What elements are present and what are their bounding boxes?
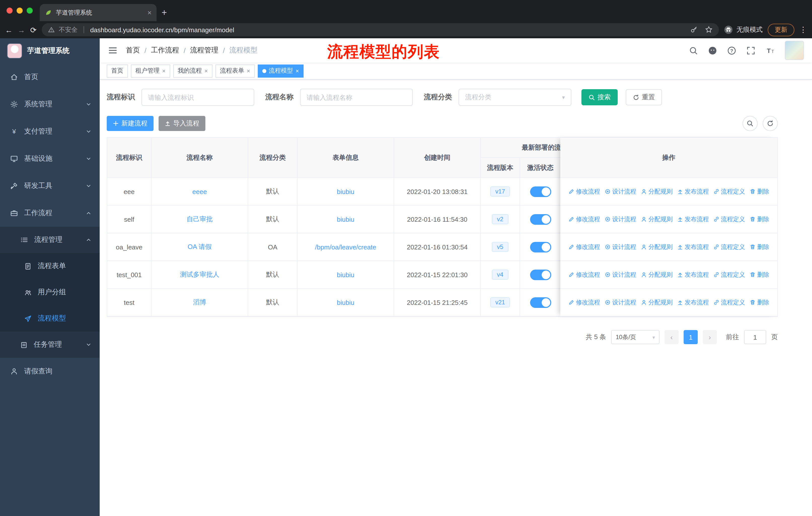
process-name-input[interactable] bbox=[300, 89, 413, 106]
action-definition-link[interactable]: 流程定义 bbox=[713, 187, 745, 196]
category-select[interactable]: 流程分类 ▾ bbox=[459, 89, 571, 106]
process-name-link[interactable]: OA 请假 bbox=[187, 242, 211, 251]
process-name-link[interactable]: 自己审批 bbox=[186, 215, 213, 224]
tag-process-form[interactable]: 流程表单× bbox=[215, 64, 255, 77]
tag-home[interactable]: 首页 bbox=[107, 64, 128, 77]
action-delete-link[interactable]: 删除 bbox=[750, 243, 769, 251]
action-assign-link[interactable]: 分配规则 bbox=[641, 298, 672, 307]
sidebar-item-infra[interactable]: 基础设施 bbox=[0, 145, 100, 172]
sidebar-item-payment[interactable]: ¥ 支付管理 bbox=[0, 118, 100, 145]
sidebar-item-process-form[interactable]: 流程表单 bbox=[0, 253, 100, 279]
import-process-button[interactable]: 导入流程 bbox=[158, 116, 205, 131]
action-assign-link[interactable]: 分配规则 bbox=[641, 187, 672, 196]
sidebar-item-workflow[interactable]: 工作流程 bbox=[0, 199, 100, 227]
new-tab-button[interactable]: + bbox=[162, 7, 167, 18]
active-toggle[interactable] bbox=[530, 297, 551, 308]
close-window-button[interactable] bbox=[6, 7, 12, 13]
address-bar[interactable]: 不安全 dashboard.yudao.iocoder.cn/bpm/manag… bbox=[41, 23, 719, 36]
breadcrumb-process-mgmt[interactable]: 流程管理 bbox=[190, 46, 219, 55]
hamburger-icon[interactable] bbox=[108, 45, 118, 55]
sidebar-item-leave-query[interactable]: 请假查询 bbox=[0, 358, 100, 385]
process-name-link[interactable]: 测试多审批人 bbox=[180, 270, 219, 279]
form-info-link[interactable]: biubiu bbox=[337, 188, 354, 195]
goto-page-input[interactable] bbox=[744, 330, 766, 344]
action-delete-link[interactable]: 删除 bbox=[750, 270, 769, 279]
action-design-link[interactable]: 设计流程 bbox=[605, 298, 636, 307]
action-definition-link[interactable]: 流程定义 bbox=[713, 270, 745, 279]
action-publish-link[interactable]: 发布流程 bbox=[677, 298, 709, 307]
breadcrumb-workflow[interactable]: 工作流程 bbox=[151, 46, 179, 55]
search-button[interactable]: 搜索 bbox=[581, 89, 618, 105]
bookmark-star-icon[interactable] bbox=[705, 26, 713, 34]
tag-my-process[interactable]: 我的流程× bbox=[173, 64, 212, 77]
sidebar-item-process-mgmt[interactable]: 流程管理 bbox=[0, 227, 100, 253]
page-size-select[interactable]: 10条/页 ▾ bbox=[611, 330, 660, 344]
minimize-window-button[interactable] bbox=[17, 7, 23, 13]
tag-close-icon[interactable]: × bbox=[162, 68, 166, 74]
tag-process-model[interactable]: 流程模型× bbox=[258, 64, 303, 77]
action-edit-link[interactable]: 修改流程 bbox=[568, 187, 600, 196]
action-design-link[interactable]: 设计流程 bbox=[605, 243, 636, 251]
action-design-link[interactable]: 设计流程 bbox=[605, 215, 636, 223]
sidebar-item-devtools[interactable]: 研发工具 bbox=[0, 172, 100, 199]
action-assign-link[interactable]: 分配规则 bbox=[641, 270, 672, 279]
form-info-link[interactable]: biubiu bbox=[337, 271, 354, 278]
tag-close-icon[interactable]: × bbox=[204, 68, 208, 74]
next-page-button[interactable]: › bbox=[703, 330, 717, 344]
action-assign-link[interactable]: 分配规则 bbox=[641, 215, 672, 223]
action-definition-link[interactable]: 流程定义 bbox=[713, 298, 745, 307]
action-definition-link[interactable]: 流程定义 bbox=[713, 215, 745, 223]
reload-icon[interactable]: ⟳ bbox=[30, 26, 36, 33]
sidebar-item-home[interactable]: 首页 bbox=[0, 63, 100, 91]
sidebar-item-user-group[interactable]: 用户分组 bbox=[0, 279, 100, 305]
action-edit-link[interactable]: 修改流程 bbox=[568, 243, 600, 251]
action-delete-link[interactable]: 删除 bbox=[750, 215, 769, 223]
breadcrumb-home[interactable]: 首页 bbox=[126, 46, 140, 55]
action-design-link[interactable]: 设计流程 bbox=[605, 270, 636, 279]
action-delete-link[interactable]: 删除 bbox=[750, 187, 769, 196]
reset-button[interactable]: 重置 bbox=[626, 89, 662, 105]
font-size-icon[interactable]: TT bbox=[765, 46, 775, 55]
browser-tab[interactable]: 芋道管理系统 × bbox=[40, 4, 156, 21]
action-edit-link[interactable]: 修改流程 bbox=[568, 298, 600, 307]
action-design-link[interactable]: 设计流程 bbox=[605, 187, 636, 196]
active-toggle[interactable] bbox=[530, 269, 551, 280]
process-name-link[interactable]: 滔博 bbox=[193, 298, 206, 307]
active-toggle[interactable] bbox=[530, 186, 551, 197]
tag-tenant[interactable]: 租户管理× bbox=[131, 64, 170, 77]
action-definition-link[interactable]: 流程定义 bbox=[713, 243, 745, 251]
page-1-button[interactable]: 1 bbox=[684, 330, 698, 344]
form-info-link[interactable]: biubiu bbox=[337, 299, 354, 306]
action-publish-link[interactable]: 发布流程 bbox=[677, 215, 709, 223]
active-toggle[interactable] bbox=[530, 214, 551, 224]
help-icon[interactable]: ? bbox=[727, 46, 736, 55]
sidebar-item-system[interactable]: 系统管理 bbox=[0, 91, 100, 118]
key-icon[interactable] bbox=[690, 26, 698, 34]
zoom-window-button[interactable] bbox=[27, 7, 33, 13]
refresh-table-button[interactable] bbox=[763, 116, 778, 131]
tag-close-icon[interactable]: × bbox=[247, 68, 250, 74]
process-name-link[interactable]: eeee bbox=[192, 188, 207, 195]
tab-close-icon[interactable]: × bbox=[147, 9, 151, 16]
action-publish-link[interactable]: 发布流程 bbox=[677, 243, 709, 251]
search-icon[interactable] bbox=[689, 46, 698, 55]
action-delete-link[interactable]: 删除 bbox=[750, 298, 769, 307]
github-icon[interactable] bbox=[708, 46, 717, 55]
browser-menu-icon[interactable]: ⋮ bbox=[800, 25, 807, 34]
sidebar-item-task-mgmt[interactable]: 任务管理 bbox=[0, 332, 100, 358]
form-info-link[interactable]: /bpm/oa/leave/create bbox=[315, 243, 376, 251]
active-toggle[interactable] bbox=[530, 242, 551, 252]
sidebar-item-process-model[interactable]: 流程模型 bbox=[0, 305, 100, 332]
back-icon[interactable]: ← bbox=[5, 26, 12, 33]
action-edit-link[interactable]: 修改流程 bbox=[568, 270, 600, 279]
create-process-button[interactable]: 新建流程 bbox=[107, 116, 153, 131]
update-button[interactable]: 更新 bbox=[768, 23, 794, 36]
app-logo[interactable]: 芋道管理系统 bbox=[0, 38, 100, 63]
prev-page-button[interactable]: ‹ bbox=[665, 330, 678, 344]
forward-icon[interactable]: → bbox=[18, 26, 25, 33]
action-assign-link[interactable]: 分配规则 bbox=[641, 243, 672, 251]
user-avatar[interactable] bbox=[785, 41, 804, 60]
process-id-input[interactable] bbox=[141, 89, 254, 106]
tag-close-icon[interactable]: × bbox=[295, 68, 299, 74]
form-info-link[interactable]: biubiu bbox=[337, 215, 354, 223]
